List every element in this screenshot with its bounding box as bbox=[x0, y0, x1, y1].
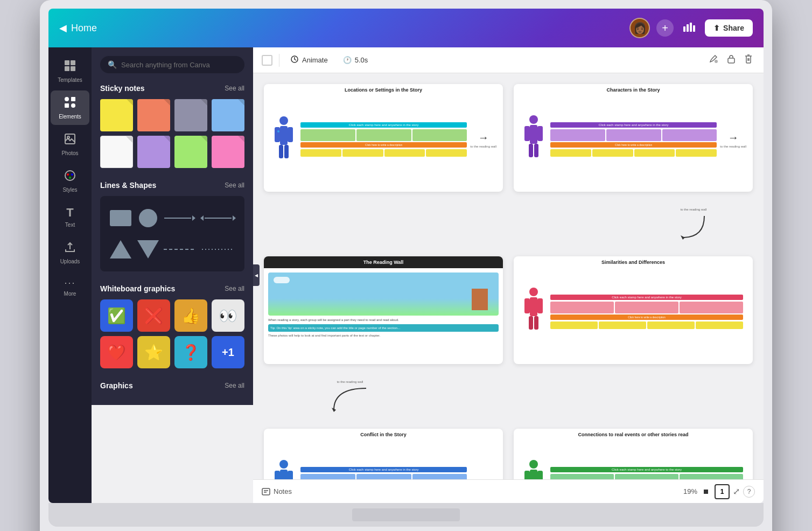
graphic-eyes[interactable]: 👀 bbox=[212, 299, 244, 332]
avatar[interactable]: 👩🏾 bbox=[629, 18, 650, 38]
share-button[interactable]: ⬆ Share bbox=[705, 19, 753, 37]
svg-rect-0 bbox=[683, 26, 685, 32]
sticky-notes-header: Sticky notes See all bbox=[100, 84, 244, 93]
text-label: Text bbox=[65, 222, 75, 228]
graphic-heart[interactable]: ❤️ bbox=[100, 336, 133, 368]
slide-locations-body: Click each stamp here and anywhere in th… bbox=[264, 94, 503, 185]
share-label: Share bbox=[723, 24, 744, 32]
shapes-background bbox=[100, 196, 244, 271]
sticky-notes-see-all[interactable]: See all bbox=[225, 85, 244, 92]
help-button[interactable]: ? bbox=[743, 486, 755, 498]
bottom-bar: Notes 19% 1 ⤢ ? bbox=[253, 479, 764, 503]
back-button[interactable]: ◀ Home bbox=[59, 22, 97, 34]
paint-button[interactable] bbox=[706, 52, 720, 68]
sidebar-item-more[interactable]: ··· More bbox=[51, 272, 89, 302]
whiteboard-graphics-see-all[interactable]: See all bbox=[225, 285, 244, 292]
bottom-page-controls: 1 ⤢ ? bbox=[715, 484, 755, 499]
svg-point-15 bbox=[67, 173, 69, 176]
svg-rect-30 bbox=[524, 126, 530, 141]
shapes-section bbox=[100, 196, 244, 271]
graphic-plus1[interactable]: +1 bbox=[212, 336, 244, 368]
analytics-button[interactable] bbox=[680, 19, 698, 38]
sidebar-item-text[interactable]: T Text bbox=[51, 200, 89, 233]
sticky-note-pink[interactable] bbox=[212, 136, 244, 168]
circle-shape[interactable] bbox=[136, 205, 159, 232]
sticky-note-purple[interactable] bbox=[137, 136, 170, 168]
lock-button[interactable] bbox=[725, 52, 738, 68]
sidebar-item-elements[interactable]: Elements bbox=[51, 90, 89, 125]
svg-rect-36 bbox=[524, 298, 530, 313]
canvas-toolbar: Animate 🕐 5.0s bbox=[253, 47, 764, 73]
slide-conflict[interactable]: Conflict in the Story bbox=[264, 429, 503, 479]
notes-label: Notes bbox=[274, 487, 292, 495]
slide-conflict-inner: Conflict in the Story bbox=[264, 429, 503, 479]
sidebar-item-photos[interactable]: Photos bbox=[51, 127, 89, 162]
zoom-dot[interactable] bbox=[704, 490, 708, 494]
lines-shapes-title: Lines & Shapes bbox=[100, 181, 156, 190]
clock-icon: 🕐 bbox=[343, 56, 352, 64]
graphic-checkmark[interactable]: ✅ bbox=[100, 299, 133, 332]
connections-figure bbox=[520, 459, 547, 479]
line-shape[interactable] bbox=[164, 205, 196, 232]
sticky-note-blue[interactable] bbox=[212, 99, 244, 131]
sidebar-item-templates[interactable]: Templates bbox=[51, 54, 89, 88]
search-input[interactable] bbox=[121, 61, 237, 69]
toolbar-divider-1 bbox=[279, 54, 279, 67]
connections-chart: Click each stamp here and anywhere to th… bbox=[550, 467, 743, 479]
sticky-note-white[interactable] bbox=[100, 136, 133, 168]
graphics-see-all[interactable]: See all bbox=[225, 382, 244, 389]
fullscreen-button[interactable]: ⤢ bbox=[733, 486, 740, 497]
left-sidebar: Templates Elements bbox=[48, 47, 92, 503]
graphic-star[interactable]: ⭐ bbox=[137, 336, 170, 368]
search-bar: 🔍 bbox=[100, 56, 244, 73]
slide-locations-title: Locations or Settings in the Story bbox=[264, 84, 503, 94]
rectangle-shape[interactable] bbox=[109, 205, 132, 232]
slide-characters[interactable]: Characters in the Story bbox=[514, 84, 753, 192]
lines-shapes-see-all[interactable]: See all bbox=[225, 181, 244, 189]
connector-row-1: to the reading wall bbox=[264, 202, 753, 246]
graphic-x[interactable]: ❌ bbox=[137, 299, 170, 332]
animate-button[interactable]: Animate bbox=[286, 53, 332, 67]
text-icon: T bbox=[66, 206, 73, 220]
svg-rect-42 bbox=[275, 471, 280, 479]
slide-similarities[interactable]: Similarities and Differences bbox=[514, 256, 753, 364]
sticky-note-gray[interactable] bbox=[174, 99, 207, 131]
svg-point-16 bbox=[71, 173, 73, 176]
svg-point-46 bbox=[529, 460, 538, 469]
svg-rect-37 bbox=[537, 298, 543, 313]
panel-collapse-handle[interactable]: ◀ bbox=[253, 264, 260, 286]
graphic-question[interactable]: ❓ bbox=[174, 336, 207, 368]
graphic-thumbsup[interactable]: 👍 bbox=[174, 299, 207, 332]
sticky-note-yellow[interactable] bbox=[100, 99, 133, 131]
triangle-shape[interactable] bbox=[109, 236, 132, 263]
slide-locations[interactable]: Locations or Settings in the Story bbox=[264, 84, 503, 192]
sidebar-item-styles[interactable]: Styles bbox=[51, 164, 89, 198]
sidebar-item-uploads[interactable]: Uploads bbox=[51, 235, 89, 270]
page-checkbox[interactable] bbox=[262, 55, 272, 66]
svg-rect-41 bbox=[280, 470, 288, 479]
inverted-triangle-shape[interactable] bbox=[136, 236, 159, 263]
sticky-note-orange[interactable] bbox=[137, 99, 170, 131]
add-button[interactable]: + bbox=[656, 19, 674, 37]
laptop-keyboard bbox=[48, 503, 764, 527]
svg-rect-33 bbox=[534, 144, 538, 157]
checkmark-icon: ✅ bbox=[107, 307, 126, 325]
svg-rect-43 bbox=[288, 471, 293, 479]
slide-similarities-inner: Similarities and Differences bbox=[514, 256, 753, 364]
characters-chart: Click each stamp here and anywhere in th… bbox=[550, 122, 717, 157]
dashed-line-shape[interactable] bbox=[164, 236, 196, 263]
elements-label: Elements bbox=[59, 114, 81, 120]
duration-button[interactable]: 🕐 5.0s bbox=[339, 54, 373, 66]
notes-button[interactable]: Notes bbox=[262, 487, 292, 495]
arrow-shape[interactable] bbox=[200, 205, 236, 232]
keyboard-trackpad bbox=[352, 508, 460, 521]
slide-connections-inner: Connections to real events or other stor… bbox=[514, 429, 753, 479]
dotted-line-shape[interactable] bbox=[200, 236, 236, 263]
similarities-chart: Click each stamp here and anywhere in th… bbox=[550, 295, 743, 329]
trash-button[interactable] bbox=[742, 52, 755, 68]
slide-connections[interactable]: Connections to real events or other stor… bbox=[514, 429, 753, 479]
photos-label: Photos bbox=[61, 150, 78, 156]
connector-2: to the reading wall bbox=[328, 380, 372, 413]
sticky-note-green[interactable] bbox=[174, 136, 207, 168]
slide-reading-wall[interactable]: The Reading Wall When reading a story, e… bbox=[264, 256, 503, 364]
